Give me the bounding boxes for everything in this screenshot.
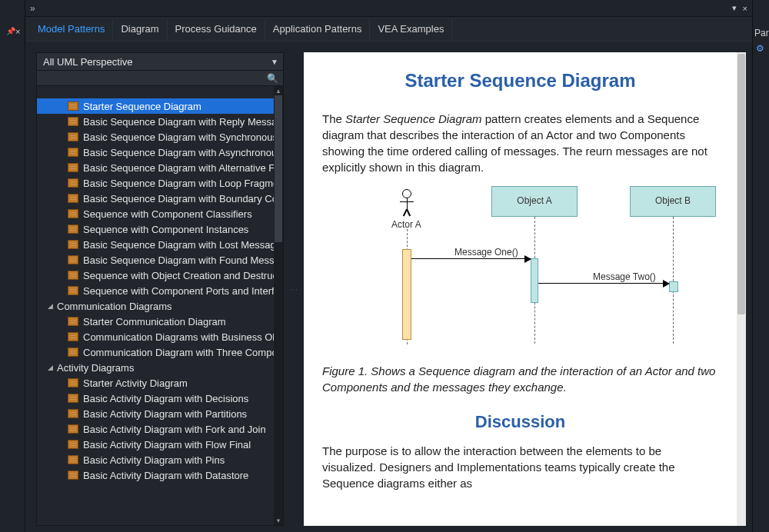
pattern-icon <box>68 378 78 387</box>
tree-item[interactable]: Starter Activity Diagram <box>37 375 274 391</box>
activation-bar <box>669 281 678 292</box>
actor-arms-icon <box>400 201 414 203</box>
tree-item[interactable]: Sequence with Component Ports and Interf… <box>37 283 274 298</box>
tree-item[interactable]: Basic Activity Diagram with Pins <box>37 452 274 467</box>
pattern-icon <box>68 194 78 203</box>
tree-item[interactable]: Basic Activity Diagram with Partitions <box>37 406 274 421</box>
pattern-icon <box>68 440 78 449</box>
pattern-icon <box>68 209 78 218</box>
collapse-arrow-icon: ◢ <box>48 302 57 310</box>
grip-icon: ⋮ <box>290 286 298 292</box>
tab-model-patterns[interactable]: Model Patterns <box>30 18 113 41</box>
tree-item[interactable]: Basic Sequence Diagram with Found Messag… <box>37 252 274 268</box>
scroll-thumb[interactable] <box>737 54 745 314</box>
tree-item[interactable]: Basic Activity Diagram with Datastore <box>37 467 274 483</box>
collapse-arrow-icon: ◢ <box>48 364 57 371</box>
scroll-thumb[interactable] <box>275 95 282 242</box>
pattern-icon <box>68 455 78 464</box>
chevron-down-icon: ▼ <box>271 58 278 66</box>
scroll-down-icon[interactable]: ▼ <box>274 516 283 525</box>
close-icon[interactable]: × <box>15 27 20 36</box>
message-label: Message Two() <box>591 271 657 284</box>
panel-menu-dropdown-icon[interactable]: ▾ <box>732 3 737 13</box>
pattern-icon <box>68 224 78 234</box>
right-dock-strip: Par ⚙ <box>752 0 769 532</box>
pattern-icon <box>68 332 78 341</box>
pattern-icon <box>68 424 78 434</box>
content-scrollbar[interactable] <box>737 52 746 526</box>
tree-item[interactable]: Basic Sequence Diagram with Loop Fragmen… <box>37 175 274 191</box>
tree-list: Starter Sequence Diagram Basic Sequence … <box>37 86 274 525</box>
tree-scroll-area: Starter Sequence Diagram Basic Sequence … <box>36 86 284 526</box>
pattern-icon <box>68 347 78 357</box>
right-panel-label[interactable]: Par <box>754 28 769 38</box>
tree-item[interactable]: Basic Sequence Diagram with Lost Message <box>37 237 274 252</box>
message-label: Message One() <box>453 246 520 259</box>
sequence-diagram-figure: Actor A Object A Object B <box>368 186 718 355</box>
tab-diagram[interactable]: Diagram <box>113 18 167 41</box>
gear-icon[interactable]: ⚙ <box>756 43 764 54</box>
tab-application-patterns[interactable]: Application Patterns <box>265 18 371 41</box>
tab-bar: Model Patterns Diagram Process Guidance … <box>25 17 752 42</box>
tree-item[interactable]: Sequence with Object Creation and Destru… <box>37 268 274 283</box>
tree-category-communication[interactable]: ◢Communication Diagrams <box>37 298 274 314</box>
tab-vea-examples[interactable]: VEA Examples <box>370 18 452 41</box>
tab-process-guidance[interactable]: Process Guidance <box>168 18 265 41</box>
panel-titlebar: » ▾ × <box>25 0 752 17</box>
pattern-icon <box>68 240 78 249</box>
activation-bar <box>402 249 411 340</box>
tree-item[interactable]: Basic Sequence Diagram with Alternative … <box>37 160 274 175</box>
tree-item[interactable]: Basic Sequence Diagram with Boundary Con… <box>37 191 274 206</box>
tree-item[interactable]: Basic Activity Diagram with Fork and Joi… <box>37 421 274 437</box>
tree-item[interactable]: Sequence with Component Instances <box>37 221 274 237</box>
perspective-label: All UML Perspective <box>43 56 133 68</box>
pattern-icon <box>68 286 78 295</box>
lifeline <box>673 217 674 344</box>
tree-item[interactable]: Communication Diagram with Three Compone… <box>37 344 274 360</box>
tree-category-activity[interactable]: ◢Activity Diagrams <box>37 360 274 375</box>
pattern-icon <box>68 148 78 157</box>
actor-leg-icon <box>406 208 411 216</box>
overflow-chevron-icon[interactable]: » <box>30 3 35 14</box>
actor-head-icon <box>402 189 411 198</box>
tree-item-starter-sequence[interactable]: Starter Sequence Diagram <box>37 98 274 114</box>
panel-close-icon[interactable]: × <box>743 4 747 13</box>
doc-h2-discussion: Discussion <box>322 411 718 434</box>
tree-search-row[interactable]: 🔍 <box>36 71 284 86</box>
tree-item[interactable]: Sequence with Component Classifiers <box>37 206 274 221</box>
doc-discussion-para: The purpose is to allow the interaction … <box>322 443 718 491</box>
tree-scrollbar[interactable]: ▲ ▼ <box>274 86 283 525</box>
tree-item[interactable]: Starter Communication Diagram <box>37 314 274 329</box>
pattern-tree-pane: All UML Perspective ▼ 🔍 Starter Sequence… <box>36 52 284 526</box>
pattern-icon <box>68 271 78 280</box>
pattern-document: Starter Sequence Diagram The Starter Seq… <box>304 52 737 526</box>
tree-category-cut <box>37 86 274 98</box>
pattern-icon <box>68 470 78 480</box>
object-b-box: Object B <box>630 186 716 217</box>
scroll-up-icon[interactable]: ▲ <box>274 86 283 95</box>
tree-item[interactable]: Basic Sequence Diagram with Reply Messag… <box>37 114 274 129</box>
pattern-icon <box>68 101 78 111</box>
figure-caption: Figure 1. Shows a Sequence diagram and t… <box>322 363 718 395</box>
tree-item[interactable]: Basic Activity Diagram with Flow Final <box>37 437 274 452</box>
pattern-icon <box>68 394 78 403</box>
perspective-dropdown[interactable]: All UML Perspective ▼ <box>36 52 284 71</box>
doc-intro: The Starter Sequence Diagram pattern cre… <box>322 111 718 175</box>
splitter[interactable]: ⋮ <box>290 52 298 526</box>
object-a-box: Object A <box>491 186 578 217</box>
tree-item[interactable]: Basic Sequence Diagram with Synchronous … <box>37 129 274 145</box>
pattern-icon <box>68 255 78 264</box>
doc-title: Starter Sequence Diagram <box>322 68 718 94</box>
pattern-icon <box>68 317 78 326</box>
pattern-icon <box>68 117 78 126</box>
pattern-icon <box>68 132 78 141</box>
pattern-icon <box>68 409 78 418</box>
main-panel: » ▾ × Model Patterns Diagram Process Gui… <box>25 0 752 532</box>
search-icon[interactable]: 🔍 <box>267 73 278 84</box>
tree-item[interactable]: Basic Activity Diagram with Decisions <box>37 391 274 406</box>
tree-item[interactable]: Communication Diagrams with Business Obj… <box>37 329 274 344</box>
pattern-icon <box>68 163 78 172</box>
pattern-icon <box>68 178 78 188</box>
pin-icon[interactable]: 📌 <box>6 27 15 35</box>
tree-item[interactable]: Basic Sequence Diagram with Asynchronous… <box>37 145 274 160</box>
